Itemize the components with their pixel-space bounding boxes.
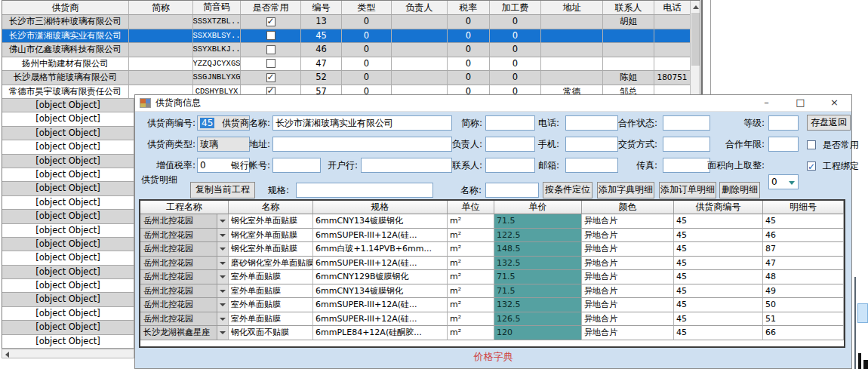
detail-grid-row[interactable]: 岳州北控花园 室外单面贴膜 6mmSUPER-III+12A(硅... m² 1…	[140, 312, 844, 327]
company-list-item[interactable]: [object Object]	[2, 196, 134, 210]
detail-grid-row[interactable]: 岳州北控花园 钢化室外单面贴膜 6mmSUPER-III+12A(硅... m²…	[140, 229, 844, 243]
chevron-down-icon[interactable]	[217, 257, 228, 270]
close-button[interactable]: ×	[817, 95, 851, 112]
project-bind-checkbox-row[interactable]: 工程绑定	[807, 158, 868, 173]
scrollbar-thumb[interactable]	[691, 13, 700, 66]
col-header-tax[interactable]: 税率	[448, 1, 490, 15]
col-header-phone[interactable]: 电话	[654, 1, 691, 15]
company-list-item[interactable]: [object Object]	[2, 210, 134, 223]
checkbox-icon[interactable]	[266, 17, 275, 26]
company-list-item[interactable]: [object Object]	[2, 279, 134, 293]
detail-grid-row[interactable]: 岳州北控花园 钢化室外单面贴膜 6mm白玻+1.14PVB+6mm... m² …	[140, 242, 844, 257]
col-header-number[interactable]: 编号	[301, 1, 342, 15]
add-dict-detail-button[interactable]: 添加字典明细	[597, 182, 654, 198]
col-header-color[interactable]: 颜色	[582, 201, 674, 214]
detail-grid-row[interactable]: 岳州北控花园 室外单面贴膜 6mmCNY129B镀膜钢化 m² 71.5 异地合…	[140, 270, 844, 284]
delete-detail-button[interactable]: 删除明细	[719, 182, 760, 198]
company-list-item[interactable]: [object Object]	[2, 155, 134, 168]
dialog-titlebar[interactable]: 供货商信息 – □ ×	[135, 95, 851, 112]
project-combo-cell[interactable]: 岳州北控花园	[140, 298, 229, 312]
col-header-project[interactable]: 工程名称	[140, 201, 229, 214]
project-bind-checkbox[interactable]	[807, 161, 816, 171]
checkbox-icon[interactable]	[266, 73, 275, 82]
background-scrollbar-thumb[interactable]	[857, 303, 868, 323]
chevron-down-icon[interactable]	[217, 326, 228, 340]
horizontal-scrollbar[interactable]	[2, 349, 134, 358]
company-list-item[interactable]: [object Object]	[2, 266, 134, 279]
company-list-item[interactable]: [object Object]	[2, 112, 134, 126]
common-checkbox[interactable]	[807, 140, 816, 149]
company-list-item[interactable]: [object Object]	[2, 238, 134, 251]
project-combo-cell[interactable]: 岳州北控花园	[140, 312, 229, 327]
add-order-detail-button[interactable]: 添加订单明细	[659, 182, 716, 198]
col-header-unit[interactable]: 单位	[448, 201, 494, 214]
supplier-row[interactable]: 长沙市潇湘玻璃实业有限公司 CSSXXBLSY... 45 0 0 0	[2, 29, 700, 44]
checkbox-icon[interactable]	[266, 31, 275, 40]
company-list-item[interactable]: [object Object]	[2, 224, 134, 238]
company-list-item[interactable]: [object Object]	[2, 307, 134, 321]
round-up-combo[interactable]: 0	[768, 174, 799, 189]
project-combo-cell[interactable]: 岳州北控花园	[140, 214, 229, 229]
company-list-item[interactable]: [object Object]	[2, 99, 134, 112]
company-list-item[interactable]: [object Object]	[2, 335, 134, 349]
chevron-down-icon[interactable]	[789, 181, 795, 185]
supplier-name-field[interactable]: 长沙市潇湘玻璃实业有限公司	[272, 115, 452, 131]
coop-years-field[interactable]	[768, 137, 799, 152]
detail-grid-row[interactable]: 岳州北控花园 室外单面贴膜 6mmCNY134镀膜钢化 m² 71.5 异地合片…	[140, 284, 844, 299]
scroll-up-icon[interactable]	[693, 5, 699, 9]
name-filter-field[interactable]	[485, 183, 539, 198]
chevron-down-icon[interactable]	[217, 214, 228, 228]
col-header-detail-no[interactable]: 明细号	[763, 201, 844, 214]
col-header-supplier[interactable]: 供货商	[2, 1, 129, 15]
company-list-item[interactable]: [object Object]	[2, 321, 134, 334]
grade-field[interactable]	[768, 115, 799, 131]
company-list-item[interactable]: [object Object]	[2, 182, 134, 195]
project-combo-cell[interactable]: 岳州北控花园	[140, 270, 229, 284]
col-header-supplier-no[interactable]: 供货商编号	[674, 201, 763, 214]
vertical-scrollbar[interactable]	[690, 1, 700, 98]
col-header-price[interactable]: 单价	[494, 201, 582, 214]
col-header-address[interactable]: 地址	[541, 1, 603, 15]
col-header-pinyin-code[interactable]: 简音码	[193, 1, 241, 15]
company-list-item[interactable]: [object Object]	[2, 293, 134, 306]
col-header-spec[interactable]: 规格	[313, 201, 448, 214]
col-header-contact[interactable]: 联系人	[603, 1, 654, 15]
company-list-item[interactable]: [object Object]	[2, 251, 134, 265]
col-header-common[interactable]: 是否常用	[241, 1, 301, 15]
col-header-fee[interactable]: 加工费	[490, 1, 541, 15]
delivery-field[interactable]	[663, 137, 710, 152]
new-row-placeholder[interactable]	[140, 340, 844, 346]
chevron-down-icon[interactable]	[217, 229, 228, 242]
minimize-button[interactable]: –	[749, 95, 783, 112]
col-header-abbr[interactable]: 简称	[129, 1, 193, 15]
supplier-row[interactable]: 长沙市三湘特种玻璃有限公司 CSSSXTZBL... 13 0 0 0 胡姐	[2, 15, 700, 29]
maximize-button[interactable]: □	[783, 95, 817, 112]
bank-account-field[interactable]	[272, 158, 321, 173]
spec-filter-field[interactable]	[296, 183, 433, 198]
save-return-button[interactable]: 存盘返回	[807, 115, 851, 131]
col-header-type[interactable]: 类型	[342, 1, 392, 15]
company-list-item[interactable]: [object Object]	[2, 140, 134, 154]
project-combo-cell[interactable]: 岳州北控花园	[140, 229, 229, 243]
detail-grid-row[interactable]: 岳州北控花园 磨砂钢化室外单面贴膜 6mmSUPER-III+12A(硅... …	[140, 257, 844, 271]
common-checkbox-row[interactable]: 是否常用	[807, 137, 868, 152]
project-combo-cell[interactable]: 岳州北控花园	[140, 242, 229, 257]
detail-grid-row[interactable]: 岳州北控花园 室外单面贴膜 6mmSUPER-III+12A(硅... m² 1…	[140, 298, 844, 312]
chevron-down-icon[interactable]	[217, 284, 228, 298]
col-header-name[interactable]: 名称	[229, 201, 313, 214]
detail-grid-row[interactable]: 岳州北控花园 钢化室外单面贴膜 6mmCNY134镀膜钢化 m² 71.5 异地…	[140, 214, 844, 229]
supplier-row[interactable]: 佛山市亿鑫玻璃科技有限公司 FSSYXBLKJ... 46 0 0 0	[2, 43, 700, 57]
checkbox-icon[interactable]	[266, 59, 275, 68]
detail-grid-row[interactable]: 长沙龙湖祺鑫星座 钢化双面不贴膜 6mmPLE84+12A(硅酮胶... m² …	[140, 326, 844, 340]
address-field[interactable]	[272, 137, 452, 152]
chevron-down-icon[interactable]	[217, 298, 228, 312]
checkbox-icon[interactable]	[266, 45, 275, 54]
scroll-left-icon[interactable]	[5, 352, 9, 358]
chevron-down-icon[interactable]	[217, 270, 228, 284]
project-combo-cell[interactable]: 岳州北控花园	[140, 284, 229, 299]
supplier-row[interactable]: 长沙晟格节能玻璃有限公司 CSSGJNBLYXGS 52 0 0 0 陈姐 18…	[2, 71, 700, 85]
locate-button[interactable]: 按条件定位	[543, 182, 593, 198]
col-header-manager[interactable]: 负责人	[392, 1, 448, 15]
chevron-down-icon[interactable]	[217, 242, 228, 256]
chevron-down-icon[interactable]	[217, 312, 228, 326]
